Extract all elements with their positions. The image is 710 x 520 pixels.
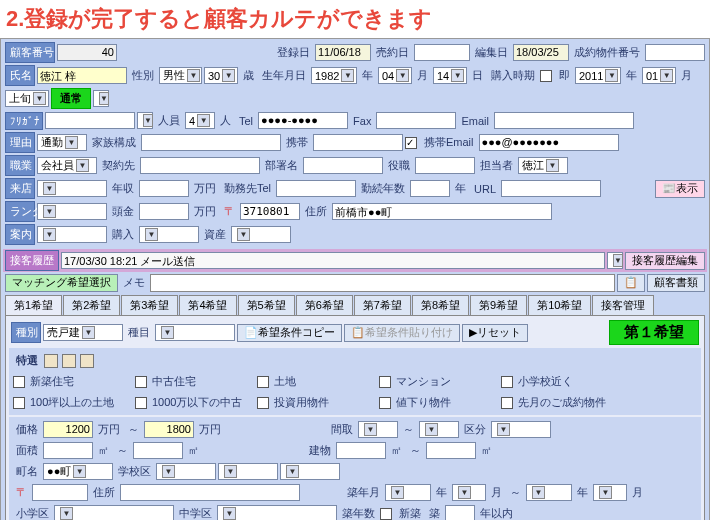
tool-icon[interactable] bbox=[44, 354, 58, 368]
memail-field[interactable]: ●●●@●●●●●●● bbox=[479, 134, 619, 151]
feature-checkbox[interactable] bbox=[135, 397, 147, 409]
memo-icon-button[interactable]: 📋 bbox=[617, 274, 645, 292]
byrs-field[interactable] bbox=[445, 505, 475, 520]
status-select[interactable]: ▼ bbox=[93, 90, 109, 107]
byear-select[interactable]: ▼ bbox=[385, 484, 431, 501]
tab-wish-6[interactable]: 第6希望 bbox=[296, 295, 353, 315]
dept-field[interactable] bbox=[303, 157, 383, 174]
layout-min[interactable]: ▼ bbox=[358, 421, 398, 438]
furigana-dd[interactable]: ▼ bbox=[137, 112, 153, 129]
bldg-max[interactable] bbox=[426, 442, 476, 459]
closedate-field[interactable] bbox=[414, 44, 470, 61]
tab-wish-4[interactable]: 第4希望 bbox=[179, 295, 236, 315]
byear-select2[interactable]: ▼ bbox=[526, 484, 572, 501]
feature-checkbox[interactable] bbox=[257, 397, 269, 409]
rank-select[interactable]: ▼ bbox=[37, 203, 107, 220]
tab-wish-3[interactable]: 第3希望 bbox=[121, 295, 178, 315]
tab-wish-11[interactable]: 接客管理 bbox=[592, 295, 654, 315]
wyrs-field[interactable] bbox=[410, 180, 450, 197]
tab-wish-9[interactable]: 第9希望 bbox=[470, 295, 527, 315]
feature-checkbox[interactable] bbox=[13, 376, 25, 388]
mobile-field[interactable] bbox=[313, 134, 403, 151]
age-select[interactable]: 30▼ bbox=[204, 67, 238, 84]
price-min[interactable]: 1200 bbox=[43, 421, 93, 438]
memo-field[interactable] bbox=[150, 274, 615, 292]
zip2-field[interactable] bbox=[32, 484, 88, 501]
tab-wish-1[interactable]: 第1希望 bbox=[5, 295, 62, 315]
visit-select[interactable]: ▼ bbox=[37, 180, 107, 197]
pos-field[interactable] bbox=[415, 157, 475, 174]
school-select3[interactable]: ▼ bbox=[280, 463, 340, 480]
layout-max[interactable]: ▼ bbox=[419, 421, 459, 438]
buy-select[interactable]: ▼ bbox=[139, 226, 199, 243]
asset-select[interactable]: ▼ bbox=[231, 226, 291, 243]
matching-button[interactable]: マッチング希望選択 bbox=[5, 274, 118, 292]
feature-checkbox[interactable] bbox=[501, 397, 513, 409]
fax-field[interactable] bbox=[376, 112, 456, 129]
feature-checkbox[interactable] bbox=[135, 376, 147, 388]
bldg-min[interactable] bbox=[336, 442, 386, 459]
tel-field[interactable]: ●●●●-●●●● bbox=[258, 112, 348, 129]
elem-select[interactable]: ▼ bbox=[54, 505, 174, 520]
reset-button[interactable]: ▶ リセット bbox=[462, 324, 528, 342]
area-min[interactable] bbox=[43, 442, 93, 459]
tab-wish-10[interactable]: 第10希望 bbox=[528, 295, 591, 315]
price-max[interactable]: 1800 bbox=[144, 421, 194, 438]
type-select[interactable]: 売戸建▼ bbox=[43, 324, 123, 341]
people-select[interactable]: 4▼ bbox=[185, 112, 215, 129]
name-field[interactable]: 徳江 梓 bbox=[37, 67, 127, 84]
tab-wish-5[interactable]: 第5希望 bbox=[238, 295, 295, 315]
wtel-field[interactable] bbox=[276, 180, 356, 197]
kubun-select[interactable]: ▼ bbox=[491, 421, 551, 438]
tab-wish-8[interactable]: 第8希望 bbox=[412, 295, 469, 315]
furigana-field[interactable] bbox=[45, 112, 135, 129]
job-select[interactable]: 会社員▼ bbox=[37, 157, 97, 174]
docs-button[interactable]: 顧客書類 bbox=[647, 274, 705, 292]
buy-period[interactable]: 上旬▼ bbox=[5, 90, 49, 107]
history-dd[interactable]: ▼ bbox=[607, 252, 623, 269]
work-field[interactable] bbox=[140, 157, 260, 174]
soku-checkbox[interactable] bbox=[540, 70, 552, 82]
buy-month[interactable]: 01▼ bbox=[642, 67, 676, 84]
buy-year[interactable]: 2011▼ bbox=[575, 67, 621, 84]
addr-field[interactable]: 前橋市●●町 bbox=[332, 203, 552, 220]
tool-icon[interactable] bbox=[62, 354, 76, 368]
income-field[interactable] bbox=[139, 180, 189, 197]
email-field[interactable] bbox=[494, 112, 634, 129]
area-max[interactable] bbox=[133, 442, 183, 459]
tab-wish-2[interactable]: 第2希望 bbox=[63, 295, 120, 315]
guide-select[interactable]: ▼ bbox=[37, 226, 107, 243]
family-field[interactable] bbox=[141, 134, 281, 151]
feature-checkbox[interactable] bbox=[13, 397, 25, 409]
cap-field[interactable] bbox=[139, 203, 189, 220]
contractno-field[interactable] bbox=[645, 44, 705, 61]
town-select[interactable]: ●●町▼ bbox=[43, 463, 113, 480]
school-select[interactable]: ▼ bbox=[156, 463, 216, 480]
reason-select[interactable]: 通勤▼ bbox=[37, 134, 87, 151]
status-badge[interactable]: 通常 bbox=[51, 88, 91, 109]
feature-checkbox[interactable] bbox=[257, 376, 269, 388]
memail-checkbox[interactable] bbox=[405, 137, 417, 149]
mid-select[interactable]: ▼ bbox=[217, 505, 337, 520]
bmonth-select2[interactable]: ▼ bbox=[593, 484, 627, 501]
bday-day[interactable]: 14▼ bbox=[433, 67, 467, 84]
feature-checkbox[interactable] bbox=[379, 397, 391, 409]
bmonth-select[interactable]: ▼ bbox=[452, 484, 486, 501]
bday-year[interactable]: 1982▼ bbox=[311, 67, 357, 84]
tab-wish-7[interactable]: 第7希望 bbox=[354, 295, 411, 315]
tool-icon[interactable] bbox=[80, 354, 94, 368]
staff-select[interactable]: 徳江▼ bbox=[518, 157, 568, 174]
addr2-field[interactable] bbox=[120, 484, 300, 501]
school-select2[interactable]: ▼ bbox=[218, 463, 278, 480]
feature-checkbox[interactable] bbox=[501, 376, 513, 388]
url-field[interactable] bbox=[501, 180, 601, 197]
show-button[interactable]: 📰表示 bbox=[655, 180, 705, 198]
item-select[interactable]: ▼ bbox=[155, 324, 235, 341]
zip-field[interactable]: 3710801 bbox=[240, 203, 300, 220]
new-checkbox[interactable] bbox=[380, 508, 392, 520]
bday-month[interactable]: 04▼ bbox=[378, 67, 412, 84]
history-edit-button[interactable]: 接客履歴編集 bbox=[625, 252, 705, 270]
copy-button[interactable]: 📄 希望条件コピー bbox=[237, 324, 342, 342]
feature-checkbox[interactable] bbox=[379, 376, 391, 388]
sex-select[interactable]: 男性▼ bbox=[159, 67, 202, 84]
